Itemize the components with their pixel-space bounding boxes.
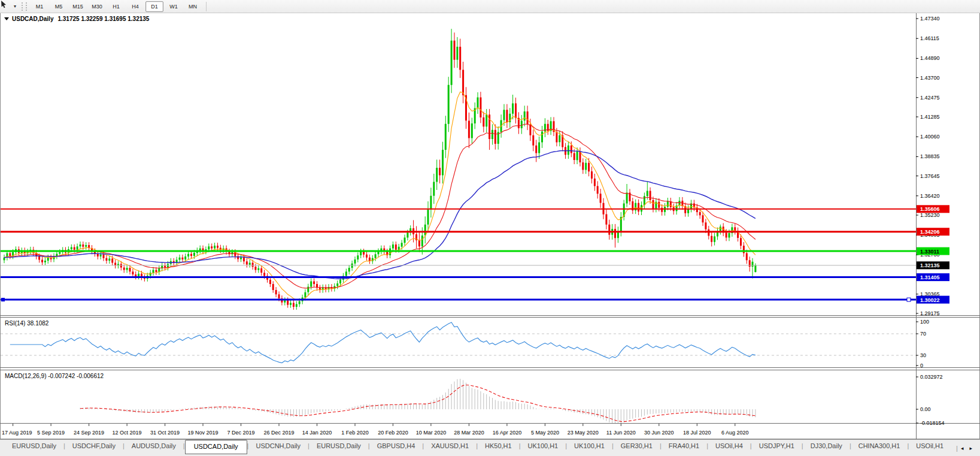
chart-tab-dj30-daily[interactable]: DJ30,Daily <box>803 440 849 452</box>
svg-text:1.32135: 1.32135 <box>920 262 940 268</box>
chart-tab-usoil-h1[interactable]: USOil,H1 <box>909 440 951 452</box>
price-tick-label: 1.37645 <box>920 173 940 179</box>
date-tick-label: 11 Jun 2020 <box>606 430 636 436</box>
date-tick-label: 26 Dec 2019 <box>263 430 294 436</box>
date-tick-label: 5 May 2020 <box>531 430 559 436</box>
chart-tab-usdcad-daily[interactable]: USDCAD,Daily <box>185 440 247 454</box>
timeframe-button-d1[interactable]: D1 <box>145 1 163 12</box>
price-tag-1.34206: 1.34206 <box>917 228 949 235</box>
crosshair-tool-icon[interactable] <box>2 1 14 11</box>
price-tag-1.35606: 1.35606 <box>917 205 949 213</box>
svg-text:1.33011: 1.33011 <box>920 249 939 255</box>
date-tick-label: 14 Jan 2020 <box>302 430 332 436</box>
chart-tabs: EURUSD,Daily|USDCHF,Daily|AUDUSD,Daily|U… <box>5 440 955 454</box>
date-tick-label: 20 Feb 2020 <box>378 430 408 436</box>
macd-tick-label: -0.018154 <box>920 420 945 426</box>
chart-title: USDCAD,Daily 1.31725 1.32259 1.31695 1.3… <box>4 16 149 22</box>
chart-symbol-label: USDCAD,Daily <box>12 16 53 22</box>
chart-tab-xauusd-h1[interactable]: XAUUSD,H1 <box>424 440 476 452</box>
rsi-tick-label: 0 <box>920 363 923 369</box>
timeframe-button-m5[interactable]: M5 <box>50 1 68 12</box>
chart-window-frame <box>1 13 980 439</box>
chart-tab-eurusd-daily[interactable]: EURUSD,Daily <box>5 440 63 452</box>
macd-label: MACD(12,26,9) -0.007242 -0.006612 <box>5 373 104 379</box>
price-tick-label: 1.44890 <box>920 55 940 61</box>
price-tick-label: 1.35230 <box>920 212 940 218</box>
date-tick-label: 12 Oct 2019 <box>113 430 142 436</box>
timeframe-button-h4[interactable]: H4 <box>126 1 144 12</box>
date-tick-label: 28 Mar 2020 <box>454 430 484 436</box>
price-tick-label: 1.36420 <box>920 193 940 199</box>
price-tick-label: 1.42475 <box>920 95 940 101</box>
chart-tab-bar: EURUSD,Daily|USDCHF,Daily|AUDUSD,Daily|U… <box>0 439 980 456</box>
price-tick-label: 1.43700 <box>920 75 940 81</box>
chart-tab-usdchf-daily[interactable]: USDCHF,Daily <box>65 440 123 452</box>
tool-dropdown-caret-icon[interactable]: ▾ <box>14 4 16 9</box>
price-tick-label: 1.38835 <box>920 153 940 159</box>
date-tick-label: 7 Dec 2019 <box>227 430 254 436</box>
rsi-tick-label: 100 <box>920 319 929 325</box>
date-tick-label: 5 Sep 2019 <box>37 430 65 436</box>
hline-handle-right[interactable] <box>907 298 911 301</box>
chart-tab-uk100-h1[interactable]: UK100,H1 <box>567 440 612 452</box>
price-tag-1.31405: 1.31405 <box>917 273 949 281</box>
chart-tab-gbpusd-h4[interactable]: GBPUSD,H4 <box>370 440 423 452</box>
collapse-triangle-icon[interactable] <box>4 17 9 20</box>
tab-scroll-right-icon[interactable]: ▸ <box>966 445 975 451</box>
tab-scroll-controls: | ◂ ▸ <box>955 440 980 454</box>
chart-tab-usdcnh-daily[interactable]: USDCNH,Daily <box>248 440 308 452</box>
price-tag-1.33011: 1.33011 <box>917 247 949 255</box>
price-tag-1.30022: 1.30022 <box>917 296 949 304</box>
chart-tab-fra40-h1[interactable]: FRA40,H1 <box>662 440 706 452</box>
macd-tick-label: 0.032972 <box>920 374 943 380</box>
hline-handle-left[interactable] <box>1 298 5 301</box>
chart-tab-uk100-h1[interactable]: UK100,H1 <box>520 440 565 452</box>
current-price-tag: 1.32135 <box>917 261 949 269</box>
price-tick-label: 1.29175 <box>920 310 940 316</box>
date-tick-label: 16 Apr 2020 <box>493 430 522 436</box>
price-tick-label: 1.41285 <box>920 114 940 120</box>
toolbar: ▾ M1M5M15M30H1H4D1W1MN <box>0 0 980 13</box>
chart-tab-audusd-daily[interactable]: AUDUSD,Daily <box>125 440 183 452</box>
date-tick-label: 17 Aug 2019 <box>2 430 32 436</box>
rsi-tick-label: 30 <box>920 352 926 358</box>
date-tick-label: 18 Jul 2020 <box>683 430 711 436</box>
timeframe-button-m30[interactable]: M30 <box>88 1 106 12</box>
timeframe-button-mn[interactable]: MN <box>184 1 202 12</box>
macd-tick-label: 0.00 <box>920 406 931 412</box>
chart-tab-ger30-h1[interactable]: GER30,H1 <box>614 440 660 452</box>
trading-app-window: { "toolbar": { "timeframes": ["M1","M5",… <box>0 0 980 456</box>
chart-tab-usoil-h4[interactable]: USOil,H4 <box>708 440 750 452</box>
date-tick-label: 6 Aug 2020 <box>721 430 749 436</box>
price-tick-label: 1.46115 <box>920 35 939 41</box>
price-tick-label: 1.47340 <box>920 16 940 22</box>
svg-text:1.35606: 1.35606 <box>920 206 940 212</box>
timeframe-button-group: M1M5M15M30H1H4D1W1MN <box>30 1 202 12</box>
toolbar-grip[interactable] <box>22 2 27 11</box>
chart-tab-usdjpy-h1[interactable]: USDJPY,H1 <box>752 440 802 452</box>
timeframe-button-w1[interactable]: W1 <box>165 1 183 12</box>
price-tick-label: 1.40060 <box>920 134 940 140</box>
svg-text:1.31405: 1.31405 <box>920 274 940 280</box>
chart-tab-hk50-h1[interactable]: HK50,H1 <box>478 440 519 452</box>
rsi-label: RSI(14) 38.1082 <box>5 320 48 327</box>
date-tick-label: 30 Jun 2020 <box>644 430 674 436</box>
date-tick-label: 10 Mar 2020 <box>416 430 447 436</box>
svg-text:1.34206: 1.34206 <box>920 229 940 235</box>
price-chart: 1.473401.461151.448901.437001.424751.412… <box>0 0 980 456</box>
rsi-tick-label: 70 <box>920 331 926 337</box>
timeframe-button-m15[interactable]: M15 <box>69 1 87 12</box>
chart-ohlc-values: 1.31725 1.32259 1.31695 1.32135 <box>57 16 149 22</box>
date-tick-label: 23 May 2020 <box>568 430 599 436</box>
chart-tab-china300-h1[interactable]: CHINA300,H1 <box>851 440 908 452</box>
timeframe-button-m1[interactable]: M1 <box>31 1 48 12</box>
toolbar-separator <box>206 2 207 11</box>
date-tick-label: 1 Feb 2020 <box>341 430 369 436</box>
tab-scroll-left-icon[interactable]: ◂ <box>958 445 967 451</box>
date-tick-label: 24 Sep 2019 <box>74 430 104 436</box>
svg-text:1.30022: 1.30022 <box>920 297 940 303</box>
date-tick-label: 31 Oct 2019 <box>150 430 180 436</box>
date-tick-label: 19 Nov 2019 <box>187 430 218 436</box>
chart-tab-eurusd-daily[interactable]: EURUSD,Daily <box>310 440 368 452</box>
timeframe-button-h1[interactable]: H1 <box>107 1 125 12</box>
